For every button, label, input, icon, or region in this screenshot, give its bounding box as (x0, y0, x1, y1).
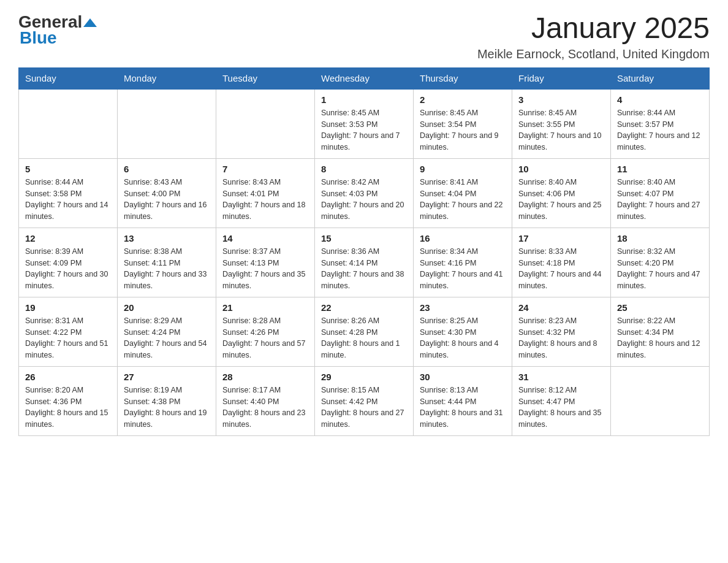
day-info: Sunrise: 8:38 AMSunset: 4:11 PMDaylight:… (124, 246, 210, 292)
day-number: 4 (617, 94, 703, 105)
calendar-cell-5-4: 29Sunrise: 8:15 AMSunset: 4:42 PMDayligh… (315, 366, 414, 435)
header-friday: Friday (512, 67, 611, 89)
calendar-cell-3-7: 18Sunrise: 8:32 AMSunset: 4:20 PMDayligh… (611, 228, 710, 297)
calendar-cell-4-2: 20Sunrise: 8:29 AMSunset: 4:24 PMDayligh… (118, 297, 216, 366)
calendar-week-5: 26Sunrise: 8:20 AMSunset: 4:36 PMDayligh… (19, 366, 710, 435)
day-info: Sunrise: 8:45 AMSunset: 3:55 PMDaylight:… (518, 107, 604, 153)
day-info: Sunrise: 8:41 AMSunset: 4:04 PMDaylight:… (420, 177, 506, 223)
calendar-cell-3-6: 17Sunrise: 8:33 AMSunset: 4:18 PMDayligh… (512, 228, 611, 297)
day-info: Sunrise: 8:17 AMSunset: 4:40 PMDaylight:… (222, 385, 308, 431)
day-info: Sunrise: 8:34 AMSunset: 4:16 PMDaylight:… (420, 246, 506, 292)
day-number: 25 (617, 302, 703, 313)
header-monday: Monday (118, 67, 216, 89)
day-info: Sunrise: 8:43 AMSunset: 4:01 PMDaylight:… (222, 177, 308, 223)
day-number: 3 (518, 94, 604, 105)
month-title: January 2025 (477, 12, 710, 45)
header-thursday: Thursday (414, 67, 512, 89)
day-info: Sunrise: 8:29 AMSunset: 4:24 PMDaylight:… (124, 315, 210, 361)
calendar-header-row: SundayMondayTuesdayWednesdayThursdayFrid… (19, 67, 710, 89)
calendar-cell-4-5: 23Sunrise: 8:25 AMSunset: 4:30 PMDayligh… (414, 297, 512, 366)
day-info: Sunrise: 8:28 AMSunset: 4:26 PMDaylight:… (222, 315, 308, 361)
day-number: 26 (25, 372, 111, 382)
calendar-cell-5-1: 26Sunrise: 8:20 AMSunset: 4:36 PMDayligh… (19, 366, 118, 435)
calendar-cell-4-6: 24Sunrise: 8:23 AMSunset: 4:32 PMDayligh… (512, 297, 611, 366)
header-wednesday: Wednesday (315, 67, 414, 89)
logo: General Blue (18, 12, 97, 48)
day-info: Sunrise: 8:37 AMSunset: 4:13 PMDaylight:… (222, 246, 308, 292)
calendar-cell-3-4: 15Sunrise: 8:36 AMSunset: 4:14 PMDayligh… (315, 228, 414, 297)
day-number: 17 (518, 233, 604, 243)
day-info: Sunrise: 8:13 AMSunset: 4:44 PMDaylight:… (420, 385, 506, 431)
day-number: 7 (222, 164, 308, 174)
day-number: 11 (617, 164, 703, 174)
day-number: 31 (518, 372, 604, 382)
logo-blue-text: Blue (20, 28, 57, 48)
day-info: Sunrise: 8:15 AMSunset: 4:42 PMDaylight:… (321, 385, 407, 431)
day-info: Sunrise: 8:33 AMSunset: 4:18 PMDaylight:… (518, 246, 604, 292)
day-number: 22 (321, 302, 407, 313)
calendar-cell-3-1: 12Sunrise: 8:39 AMSunset: 4:09 PMDayligh… (19, 228, 118, 297)
day-number: 20 (124, 302, 210, 313)
header-saturday: Saturday (611, 67, 710, 89)
day-info: Sunrise: 8:32 AMSunset: 4:20 PMDaylight:… (617, 246, 703, 292)
calendar-cell-1-5: 2Sunrise: 8:45 AMSunset: 3:54 PMDaylight… (414, 89, 512, 159)
calendar-cell-2-7: 11Sunrise: 8:40 AMSunset: 4:07 PMDayligh… (611, 158, 710, 228)
day-number: 16 (420, 233, 506, 243)
calendar-cell-4-1: 19Sunrise: 8:31 AMSunset: 4:22 PMDayligh… (19, 297, 118, 366)
day-number: 6 (124, 164, 210, 174)
day-info: Sunrise: 8:43 AMSunset: 4:00 PMDaylight:… (124, 177, 210, 223)
day-number: 18 (617, 233, 703, 243)
calendar-cell-2-2: 6Sunrise: 8:43 AMSunset: 4:00 PMDaylight… (118, 158, 216, 228)
day-number: 19 (25, 302, 111, 313)
logo-triangle-icon (83, 16, 97, 29)
calendar-cell-4-4: 22Sunrise: 8:26 AMSunset: 4:28 PMDayligh… (315, 297, 414, 366)
svg-marker-0 (83, 18, 97, 27)
calendar-table: SundayMondayTuesdayWednesdayThursdayFrid… (18, 67, 710, 436)
day-number: 29 (321, 372, 407, 382)
day-info: Sunrise: 8:12 AMSunset: 4:47 PMDaylight:… (518, 385, 604, 431)
day-number: 30 (420, 372, 506, 382)
day-number: 9 (420, 164, 506, 174)
day-info: Sunrise: 8:45 AMSunset: 3:53 PMDaylight:… (321, 107, 407, 153)
calendar-cell-4-3: 21Sunrise: 8:28 AMSunset: 4:26 PMDayligh… (216, 297, 315, 366)
day-info: Sunrise: 8:40 AMSunset: 4:07 PMDaylight:… (617, 177, 703, 223)
day-info: Sunrise: 8:19 AMSunset: 4:38 PMDaylight:… (124, 385, 210, 431)
calendar-cell-1-1 (19, 89, 118, 159)
day-number: 28 (222, 372, 308, 382)
day-number: 2 (420, 94, 506, 105)
calendar-week-1: 1Sunrise: 8:45 AMSunset: 3:53 PMDaylight… (19, 89, 710, 159)
calendar-cell-5-3: 28Sunrise: 8:17 AMSunset: 4:40 PMDayligh… (216, 366, 315, 435)
calendar-cell-3-2: 13Sunrise: 8:38 AMSunset: 4:11 PMDayligh… (118, 228, 216, 297)
day-number: 1 (321, 94, 407, 105)
day-number: 12 (25, 233, 111, 243)
calendar-cell-5-5: 30Sunrise: 8:13 AMSunset: 4:44 PMDayligh… (414, 366, 512, 435)
calendar-cell-1-4: 1Sunrise: 8:45 AMSunset: 3:53 PMDaylight… (315, 89, 414, 159)
day-info: Sunrise: 8:36 AMSunset: 4:14 PMDaylight:… (321, 246, 407, 292)
page-header: General Blue January 2025 Meikle Earnock… (18, 12, 710, 61)
calendar-cell-1-3 (216, 89, 315, 159)
calendar-week-3: 12Sunrise: 8:39 AMSunset: 4:09 PMDayligh… (19, 228, 710, 297)
day-number: 27 (124, 372, 210, 382)
calendar-cell-1-6: 3Sunrise: 8:45 AMSunset: 3:55 PMDaylight… (512, 89, 611, 159)
calendar-week-2: 5Sunrise: 8:44 AMSunset: 3:58 PMDaylight… (19, 158, 710, 228)
day-number: 24 (518, 302, 604, 313)
day-info: Sunrise: 8:23 AMSunset: 4:32 PMDaylight:… (518, 315, 604, 361)
day-info: Sunrise: 8:42 AMSunset: 4:03 PMDaylight:… (321, 177, 407, 223)
calendar-cell-2-1: 5Sunrise: 8:44 AMSunset: 3:58 PMDaylight… (19, 158, 118, 228)
calendar-cell-3-3: 14Sunrise: 8:37 AMSunset: 4:13 PMDayligh… (216, 228, 315, 297)
calendar-cell-2-3: 7Sunrise: 8:43 AMSunset: 4:01 PMDaylight… (216, 158, 315, 228)
day-info: Sunrise: 8:26 AMSunset: 4:28 PMDaylight:… (321, 315, 407, 361)
day-info: Sunrise: 8:39 AMSunset: 4:09 PMDaylight:… (25, 246, 111, 292)
calendar-cell-5-6: 31Sunrise: 8:12 AMSunset: 4:47 PMDayligh… (512, 366, 611, 435)
day-info: Sunrise: 8:20 AMSunset: 4:36 PMDaylight:… (25, 385, 111, 431)
day-info: Sunrise: 8:31 AMSunset: 4:22 PMDaylight:… (25, 315, 111, 361)
calendar-cell-1-7: 4Sunrise: 8:44 AMSunset: 3:57 PMDaylight… (611, 89, 710, 159)
day-info: Sunrise: 8:22 AMSunset: 4:34 PMDaylight:… (617, 315, 703, 361)
day-info: Sunrise: 8:25 AMSunset: 4:30 PMDaylight:… (420, 315, 506, 361)
calendar-cell-1-2 (118, 89, 216, 159)
calendar-cell-2-6: 10Sunrise: 8:40 AMSunset: 4:06 PMDayligh… (512, 158, 611, 228)
calendar-cell-3-5: 16Sunrise: 8:34 AMSunset: 4:16 PMDayligh… (414, 228, 512, 297)
day-number: 15 (321, 233, 407, 243)
location: Meikle Earnock, Scotland, United Kingdom (477, 47, 710, 61)
day-number: 13 (124, 233, 210, 243)
